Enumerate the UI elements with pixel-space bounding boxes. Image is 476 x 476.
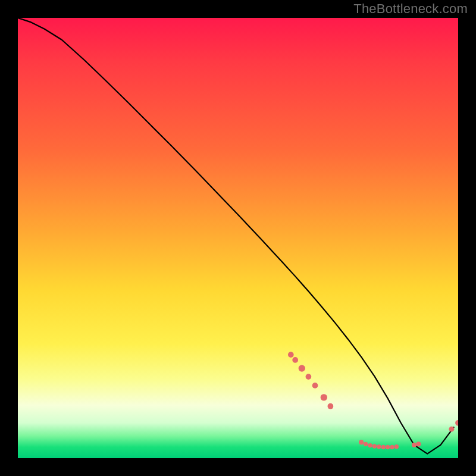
watermark-text: TheBottleneck.com bbox=[353, 1, 468, 17]
curve-marker bbox=[449, 427, 454, 432]
bottleneck-curve bbox=[18, 18, 454, 454]
curve-marker bbox=[292, 357, 298, 363]
curve-marker bbox=[386, 445, 390, 449]
curve-marker bbox=[390, 445, 394, 449]
curve-marker bbox=[306, 374, 312, 380]
curve-marker bbox=[381, 445, 386, 449]
curve-marker bbox=[394, 444, 399, 449]
chart-svg bbox=[18, 18, 458, 458]
plot-area bbox=[18, 18, 458, 458]
curve-marker bbox=[455, 420, 458, 426]
curve-marker bbox=[312, 383, 318, 389]
curve-marker bbox=[328, 403, 334, 409]
curve-marker bbox=[359, 440, 364, 444]
curve-marker bbox=[372, 444, 377, 448]
curve-marker bbox=[416, 441, 421, 446]
curve-marker bbox=[412, 443, 416, 447]
curve-marker bbox=[368, 443, 372, 447]
chart-frame: TheBottleneck.com bbox=[0, 0, 476, 476]
curve-marker bbox=[288, 352, 294, 358]
curve-marker bbox=[377, 444, 381, 449]
curve-markers bbox=[288, 352, 458, 449]
curve-marker bbox=[299, 365, 305, 371]
curve-marker bbox=[364, 442, 368, 446]
curve-marker bbox=[321, 394, 327, 400]
